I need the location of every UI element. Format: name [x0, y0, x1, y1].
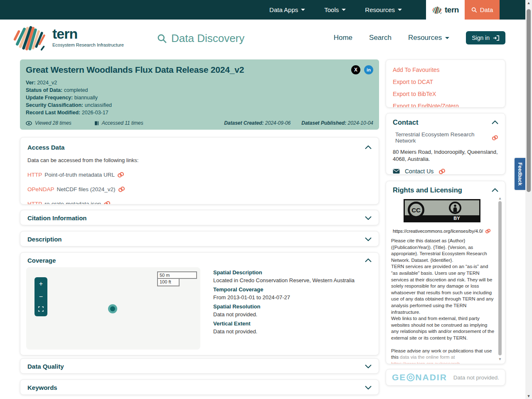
link-icon	[438, 168, 446, 175]
add-to-favourites-link[interactable]: Add To Favourites	[393, 66, 498, 74]
zoom-in-button[interactable]: +	[34, 281, 47, 287]
meta-security-label: Security Classification:	[26, 102, 83, 108]
tern-logo[interactable]: tern Ecosystem Research Infrastructure	[12, 23, 124, 52]
viewed-label: Viewed 28 times	[35, 120, 71, 126]
cc-by-license-badge: CC BY	[404, 199, 480, 222]
contact-org-link[interactable]: Terrestrial Ecosystem Research Network	[395, 131, 498, 144]
sign-in-button[interactable]: Sign in	[466, 31, 505, 44]
nav-resources-label: Resources	[408, 34, 442, 42]
cc-icon: CC	[408, 202, 424, 218]
nav-search[interactable]: Search	[369, 34, 392, 42]
topnav-resources[interactable]: Resources	[365, 6, 402, 13]
topnav-data-apps-label: Data Apps	[269, 6, 298, 13]
meta-frequency-label: Update Frequency:	[26, 95, 73, 101]
access-data-header[interactable]: Access Data	[27, 143, 372, 152]
envelope-icon	[393, 169, 400, 174]
link-icon	[118, 186, 125, 192]
topnav-tern-logo[interactable]: tern	[426, 0, 465, 20]
access-link-opendap[interactable]: OPeNDAP NetCDF files (2024_v2)	[27, 186, 372, 192]
map-marker[interactable]	[108, 304, 117, 313]
geonadir-logo-right: NADIR	[415, 372, 447, 382]
rights-licensing-panel: Rights and Licensing CC BY https://creat…	[386, 181, 505, 364]
topnav-data-apps[interactable]: Data Apps	[269, 6, 305, 13]
zoom-out-button[interactable]: −	[34, 293, 47, 300]
fullscreen-icon	[38, 306, 44, 312]
map-controls: + −	[34, 277, 47, 316]
dataset-created: Dataset Created: 2024-09-06	[224, 120, 291, 126]
viewed-stat: Viewed 28 times	[26, 120, 71, 126]
description-header[interactable]: Description	[20, 232, 379, 246]
data-quality-header[interactable]: Data Quality	[20, 359, 379, 374]
x-glyph: X	[354, 67, 357, 73]
data-search-button[interactable]: Data	[465, 0, 500, 20]
topnav-tools[interactable]: Tools	[324, 6, 346, 13]
export-bibtex-link[interactable]: Export to BibTeX	[393, 90, 498, 98]
spatial-resolution-label: Spatial Resolution	[213, 303, 371, 310]
sign-in-label: Sign in	[472, 34, 490, 41]
sign-in-icon	[493, 35, 500, 41]
coverage-map[interactable]: + − 50 m 100 ft	[26, 267, 200, 350]
rights-scroll-thumb[interactable]	[498, 201, 502, 355]
map-marker-dot	[110, 306, 115, 311]
scroll-down-arrow[interactable]: ▼	[498, 357, 502, 361]
link-icon	[103, 201, 111, 204]
linkedin-glyph: in	[367, 67, 371, 72]
chevron-up-icon	[365, 145, 372, 149]
chevron-up-icon	[492, 121, 498, 124]
nav-home[interactable]: Home	[334, 34, 352, 42]
access-link-pot[interactable]: HTTP Point-of-truth metadata URL	[27, 172, 372, 178]
rights-title: Rights and Licensing	[393, 186, 462, 194]
coverage-fields: Spatial Description Located in Credo Con…	[213, 266, 371, 337]
fullscreen-button[interactable]	[34, 306, 47, 313]
accessed-stat: Accessed 11 times	[94, 120, 143, 126]
coverage-section: Coverage + − 50 m 100 ft	[20, 252, 379, 355]
scroll-up-arrow[interactable]: ▲	[498, 196, 502, 200]
download-accessed-icon	[94, 121, 99, 126]
meta-modified-value: 2026-03-17	[82, 110, 108, 116]
chevron-up-icon	[365, 259, 372, 262]
coverage-header[interactable]: Coverage	[20, 253, 379, 268]
nav-resources[interactable]: Resources	[408, 34, 449, 42]
meta-status-label: Status of Data:	[26, 87, 62, 93]
vertical-extent-value: Data not provided.	[213, 328, 371, 335]
license-url-link[interactable]: https://creativecommons.org/licenses/by/…	[393, 229, 491, 234]
access-link-rocrate[interactable]: HTTP ro-crate-metadata.json	[27, 201, 372, 204]
share-linkedin-icon[interactable]: in	[364, 65, 373, 74]
scrollbar-thumb[interactable]	[527, 9, 531, 192]
rights-text: Please cite this dataset as {Author} ({P…	[391, 238, 496, 364]
rights-scrollbar: ▲ ▼	[498, 196, 502, 361]
export-endnote-link[interactable]: Export to EndNote/Zotero	[393, 102, 498, 108]
contact-org-label: Terrestrial Ecosystem Research Network	[395, 131, 489, 144]
export-dcat-link[interactable]: Export to DCAT	[393, 78, 498, 86]
contact-us-link[interactable]: Contact Us	[393, 168, 498, 175]
access-data-section: Access Data Data can be accessed from th…	[20, 137, 379, 204]
advise-text-faded: data via the online form at	[400, 355, 455, 360]
citation-header[interactable]: Citation Information	[20, 210, 379, 225]
advise-form-link[interactable]: https://www.tern.org.au/research-	[391, 361, 461, 364]
temporal-coverage-value: From 2013-01-01 to 2024-07-27	[213, 294, 371, 300]
keywords-header[interactable]: Keywords	[20, 380, 379, 395]
share-x-icon[interactable]: X	[351, 65, 360, 74]
meta-status-value: completed	[64, 87, 88, 93]
citation-title: Citation Information	[27, 214, 87, 222]
cc-initials: CC	[411, 207, 421, 214]
meta-security-value: unclassified	[85, 102, 112, 108]
contact-header[interactable]: Contact	[393, 118, 498, 126]
created-value: 2024-09-06	[265, 120, 291, 126]
geonadir-target-icon	[406, 373, 415, 382]
chevron-down-icon	[365, 237, 372, 241]
eye-icon	[26, 121, 32, 126]
link-icon	[492, 135, 498, 141]
dataset-actions-panel: Add To Favourites Export to DCAT Export …	[386, 59, 505, 108]
chevron-down-icon	[301, 9, 305, 11]
cc-by-label: BY	[446, 215, 467, 221]
dataset-published: Dataset Published: 2024-10-04	[301, 120, 373, 126]
scrollbar-down-arrow[interactable]: ▼	[525, 393, 532, 399]
geonadir-value: Data not provided.	[453, 374, 499, 381]
feedback-button[interactable]: Feedback	[514, 157, 525, 191]
scrollbar-up-arrow[interactable]: ▲	[525, 0, 532, 6]
rights-header[interactable]: Rights and Licensing	[393, 186, 498, 194]
contact-panel: Contact Terrestrial Ecosystem Research N…	[386, 113, 505, 175]
tern-logo-text: tern Ecosystem Research Infrastructure	[52, 27, 124, 47]
chevron-down-icon	[365, 386, 372, 389]
